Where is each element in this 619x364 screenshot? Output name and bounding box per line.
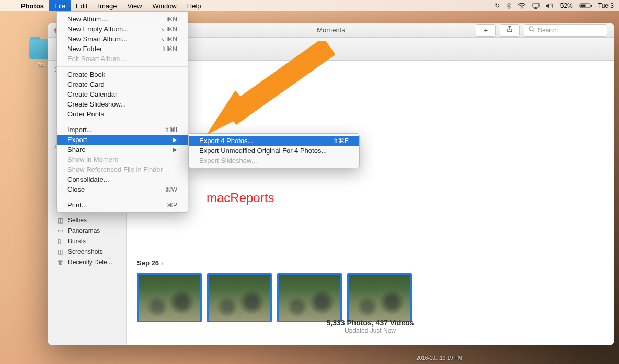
- panorama-icon: ▭: [58, 227, 65, 234]
- plus-icon: +: [484, 26, 488, 34]
- menu-separator: [57, 122, 188, 122]
- menu-image[interactable]: Image: [93, 0, 122, 11]
- library-stats: 5,333 Photos, 437 Videos Updated Just No…: [127, 319, 614, 334]
- menu-new-folder[interactable]: New Folder⇧⌘N: [57, 44, 188, 54]
- watermark-text: macReports: [207, 191, 274, 205]
- photo-thumbnail[interactable]: [277, 273, 342, 322]
- sidebar-item-recently-deleted[interactable]: 🗑Recently Dele...: [48, 257, 126, 267]
- menu-create-book[interactable]: Create Book: [57, 69, 188, 79]
- clock-text[interactable]: Tue 3: [598, 2, 614, 9]
- chevron-right-icon: ›: [161, 259, 163, 267]
- menu-label: New Album...: [67, 15, 108, 23]
- menu-print[interactable]: Print...⌘P: [57, 200, 188, 210]
- shortcut: ⌘W: [165, 186, 177, 193]
- add-button[interactable]: +: [476, 24, 496, 37]
- menu-new-album[interactable]: New Album...⌘N: [57, 14, 188, 24]
- sidebar-item-screenshots[interactable]: ◫Screenshots: [48, 246, 126, 257]
- menu-label: Export: [67, 136, 87, 144]
- time-machine-icon[interactable]: ↻: [495, 2, 500, 9]
- photo-thumbnail[interactable]: [137, 273, 202, 322]
- trash-icon: 🗑: [58, 259, 65, 266]
- moment-date-header[interactable]: Sep 26 ›: [137, 259, 603, 267]
- menu-create-slideshow[interactable]: Create Slideshow...: [57, 99, 188, 109]
- menu-label: Export 4 Photos...: [199, 137, 253, 145]
- menu-export[interactable]: Export▶: [57, 135, 188, 145]
- svg-line-6: [533, 30, 534, 32]
- sidebar-item-label: Recently Dele...: [68, 259, 112, 266]
- menu-window[interactable]: Window: [147, 0, 182, 11]
- content-area: Sep 26 › 5,333 Photos, 437 Videos Update…: [127, 61, 614, 345]
- sidebar-item-bursts[interactable]: ▯Bursts: [48, 236, 126, 246]
- menu-edit[interactable]: Edit: [71, 0, 93, 11]
- wifi-icon[interactable]: [518, 3, 526, 9]
- menu-create-calendar[interactable]: Create Calendar: [57, 89, 188, 99]
- app-name-menu[interactable]: Photos: [16, 2, 49, 10]
- svg-rect-3: [580, 5, 585, 7]
- menu-close[interactable]: Close⌘W: [57, 184, 188, 194]
- svg-point-0: [521, 8, 522, 9]
- menu-label: Close: [67, 185, 85, 193]
- menu-label: New Folder: [67, 45, 102, 53]
- sidebar-item-label: Panoramas: [68, 227, 100, 234]
- menu-view[interactable]: View: [122, 0, 147, 11]
- airplay-icon[interactable]: [532, 3, 540, 9]
- submenu-arrow-icon: ▶: [173, 147, 177, 152]
- shortcut: ⌘N: [166, 16, 177, 23]
- file-menu-dropdown: New Album...⌘N New Empty Album...⌥⌘N New…: [56, 11, 188, 213]
- menu-help[interactable]: Help: [182, 0, 207, 11]
- sidebar-item-label: Selfies: [68, 217, 87, 224]
- menu-new-empty-album[interactable]: New Empty Album...⌥⌘N: [57, 24, 188, 34]
- menu-label: Create Calendar: [67, 90, 117, 98]
- photo-thumbnail[interactable]: [347, 273, 412, 322]
- menubar-left: Photos File Edit Image View Window Help: [5, 0, 207, 11]
- sidebar-item-label: Bursts: [68, 238, 86, 245]
- menu-create-card[interactable]: Create Card: [57, 79, 188, 89]
- menu-label: Create Slideshow...: [67, 100, 126, 108]
- sidebar-item-selfies[interactable]: ◫Selfies: [48, 215, 126, 226]
- battery-percentage: 52%: [560, 2, 573, 9]
- menu-share[interactable]: Share▶: [57, 145, 188, 155]
- svg-rect-1: [533, 3, 539, 7]
- shortcut: ⇧⌘I: [164, 126, 177, 134]
- shortcut: ⌥⌘N: [159, 36, 177, 43]
- menu-separator: [57, 197, 188, 197]
- svg-rect-4: [591, 5, 592, 7]
- menu-label: Create Book: [67, 71, 105, 78]
- search-input[interactable]: Search: [524, 24, 607, 37]
- menu-edit-smart-album: Edit Smart Album...: [57, 54, 188, 64]
- system-menubar: Photos File Edit Image View Window Help …: [0, 0, 619, 11]
- burst-icon: ▯: [58, 238, 65, 245]
- submenu-export-photos[interactable]: Export 4 Photos...⇧⌘E: [189, 136, 359, 146]
- menu-order-prints[interactable]: Order Prints: [57, 109, 188, 119]
- menu-new-smart-album[interactable]: New Smart Album...⌥⌘N: [57, 34, 188, 44]
- menu-label: Share: [67, 146, 86, 154]
- menu-show-in-moment: Show in Moment: [57, 155, 188, 165]
- menu-import[interactable]: Import...⇧⌘I: [57, 125, 188, 135]
- menu-consolidate[interactable]: Consolidate...: [57, 174, 188, 184]
- battery-icon[interactable]: [579, 3, 592, 9]
- submenu-export-slideshow: Export Slideshow...: [189, 156, 359, 166]
- shortcut: ⇧⌘E: [333, 137, 349, 145]
- stats-count: 5,333 Photos, 437 Videos: [127, 319, 614, 327]
- search-icon: [529, 26, 535, 34]
- sidebar-item-panoramas[interactable]: ▭Panoramas: [48, 226, 126, 236]
- menu-file[interactable]: File: [49, 0, 71, 11]
- svg-point-5: [529, 27, 533, 31]
- volume-icon[interactable]: [546, 3, 554, 9]
- date-label: Sep 26: [137, 259, 159, 267]
- menu-label: Edit Smart Album...: [67, 55, 125, 63]
- menu-label: New Empty Album...: [67, 25, 129, 33]
- submenu-export-unmodified[interactable]: Export Unmodified Original For 4 Photos.…: [189, 146, 359, 156]
- menu-label: Show Referenced File in Finder: [67, 166, 163, 173]
- desktop-file-label: 2016-10...19.19 PM: [416, 355, 462, 361]
- share-button[interactable]: [500, 24, 520, 37]
- menu-label: Order Prints: [67, 110, 104, 118]
- menu-label: Export Unmodified Original For 4 Photos.…: [199, 147, 327, 155]
- submenu-arrow-icon: ▶: [173, 137, 177, 143]
- stats-updated: Updated Just Now: [127, 327, 614, 334]
- menu-show-referenced-file: Show Referenced File in Finder: [57, 165, 188, 174]
- bluetooth-icon[interactable]: [506, 2, 511, 9]
- photo-thumbnail[interactable]: [207, 273, 272, 322]
- screenshot-icon: ◫: [58, 248, 65, 255]
- camera-icon: ◫: [58, 217, 65, 224]
